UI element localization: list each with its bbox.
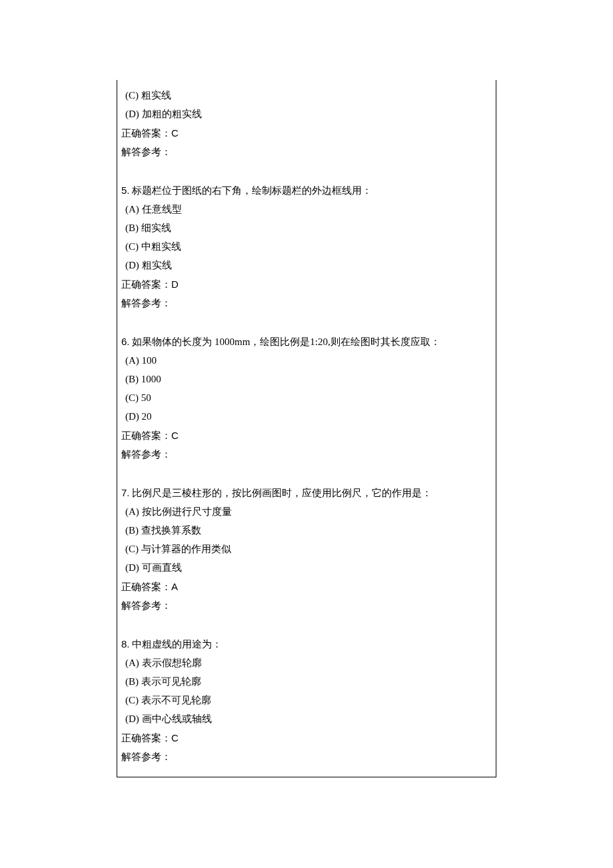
q8-text: 中粗虚线的用途为： [132, 639, 222, 650]
q7-option-b: (B) 查找换算系数 [125, 524, 492, 538]
exam-container: (C) 粗实线 (D) 加粗的粗实线 正确答案：C 解答参考： 5. 标题栏位于… [117, 80, 496, 777]
spacer [121, 618, 492, 632]
q6-option-b: (B) 1000 [125, 372, 492, 386]
q7-option-a: (A) 按比例进行尺寸度量 [125, 505, 492, 519]
q8-option-b: (B) 表示可见轮廓 [125, 675, 492, 689]
answer-label: 正确答案： [121, 733, 171, 743]
spacer [121, 315, 492, 330]
spacer [121, 466, 492, 481]
spacer [121, 164, 492, 179]
q7-text: 比例尺是三棱柱形的，按比例画图时，应使用比例尺，它的作用是： [132, 488, 432, 498]
answer-label: 正确答案： [121, 582, 171, 592]
q8-correct-answer: 正确答案：C [121, 731, 492, 745]
q6-option-d: (D) 20 [125, 410, 492, 424]
q4-option-d: (D) 加粗的粗实线 [125, 107, 492, 121]
q5-stem: 5. 标题栏位于图纸的右下角，绘制标题栏的外边框线用： [121, 183, 492, 198]
q6-text: 如果物体的长度为 1000mm，绘图比例是1:20,则在绘图时其长度应取： [132, 336, 440, 347]
q5-explanation: 解答参考： [121, 296, 492, 310]
q8-explanation: 解答参考： [121, 750, 492, 764]
q8-number: 8. [121, 638, 130, 650]
q6-answer-value: C [171, 430, 179, 441]
q8-option-a: (A) 表示假想轮廓 [125, 656, 492, 670]
q7-answer-value: A [171, 581, 178, 592]
q7-option-d: (D) 可画直线 [125, 561, 492, 575]
q7-stem: 7. 比例尺是三棱柱形的，按比例画图时，应使用比例尺，它的作用是： [121, 486, 492, 500]
q4-option-c: (C) 粗实线 [125, 89, 492, 103]
q6-stem: 6. 如果物体的长度为 1000mm，绘图比例是1:20,则在绘图时其长度应取： [121, 334, 492, 349]
document-page: (C) 粗实线 (D) 加粗的粗实线 正确答案：C 解答参考： 5. 标题栏位于… [0, 0, 613, 868]
q6-correct-answer: 正确答案：C [121, 428, 492, 443]
q4-explanation: 解答参考： [121, 145, 492, 159]
q5-answer-value: D [171, 278, 179, 290]
q8-answer-value: C [171, 732, 179, 743]
q5-option-a: (A) 任意线型 [125, 203, 492, 217]
q5-text: 标题栏位于图纸的右下角，绘制标题栏的外边框线用： [132, 185, 372, 196]
q7-option-c: (C) 与计算器的作用类似 [125, 542, 492, 556]
q4-answer-value: C [171, 127, 179, 139]
answer-label: 正确答案： [121, 279, 171, 290]
answer-label: 正确答案： [121, 128, 171, 139]
q5-correct-answer: 正确答案：D [121, 277, 492, 292]
q8-stem: 8. 中粗虚线的用途为： [121, 637, 492, 651]
q7-correct-answer: 正确答案：A [121, 580, 492, 594]
q5-option-b: (B) 细实线 [125, 221, 492, 235]
q8-option-d: (D) 画中心线或轴线 [125, 712, 492, 726]
q5-number: 5. [121, 185, 130, 196]
q6-number: 6. [121, 336, 130, 347]
q7-explanation: 解答参考： [121, 599, 492, 613]
answer-label: 正确答案： [121, 430, 171, 441]
q6-option-a: (A) 100 [125, 354, 492, 368]
q4-correct-answer: 正确答案：C [121, 126, 492, 141]
q6-option-c: (C) 50 [125, 391, 492, 405]
q5-option-d: (D) 粗实线 [125, 258, 492, 272]
q8-option-c: (C) 表示不可见轮廓 [125, 693, 492, 707]
q5-option-c: (C) 中粗实线 [125, 240, 492, 254]
q6-explanation: 解答参考： [121, 448, 492, 462]
q7-number: 7. [121, 487, 130, 498]
